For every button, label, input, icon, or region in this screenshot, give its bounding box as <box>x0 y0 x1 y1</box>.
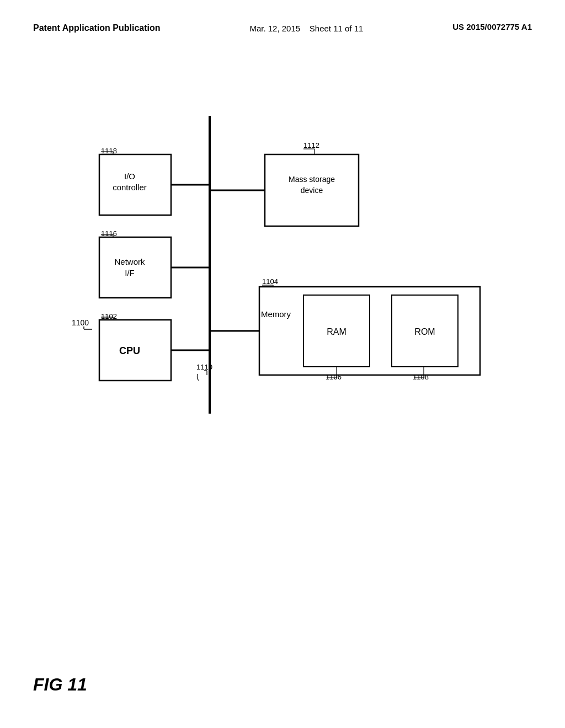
publication-date-sheet: Mar. 12, 2015 Sheet 11 of 11 <box>249 22 363 35</box>
network-if-label2: I/F <box>125 268 135 277</box>
network-if-label1: Network <box>114 257 145 266</box>
publication-date: Mar. 12, 2015 <box>249 24 300 33</box>
cpu-id: 1102 <box>101 312 117 320</box>
network-if-id: 1116 <box>101 229 117 238</box>
memory-id: 1104 <box>262 277 278 286</box>
cpu-label: CPU <box>119 345 140 356</box>
io-controller-label2: controller <box>113 183 147 192</box>
rom-id: 1108 <box>413 373 429 381</box>
mass-storage-id: 1112 <box>303 141 319 149</box>
memory-label: Memory <box>261 309 291 319</box>
rom-label: ROM <box>414 327 435 336</box>
system-id-label: 1100 <box>72 318 89 327</box>
ram-label: RAM <box>327 327 347 336</box>
sheet-info: Sheet 11 of 11 <box>310 24 364 33</box>
page-header: Patent Application Publication Mar. 12, … <box>0 0 565 35</box>
diagram-container: 1100 CPU 1102 Network I/F 1116 I/O contr… <box>55 88 508 474</box>
architecture-diagram: 1100 CPU 1102 Network I/F 1116 I/O contr… <box>55 88 508 474</box>
network-if-box <box>99 237 171 298</box>
publication-title: Patent Application Publication <box>33 22 161 34</box>
bus-id: 1110 <box>196 363 212 371</box>
io-controller-id: 1118 <box>101 147 117 155</box>
figure-label: FIG 11 <box>33 675 87 695</box>
patent-number: US 2015/0072775 A1 <box>452 22 532 31</box>
io-controller-label1: I/O <box>124 172 135 181</box>
mass-storage-label2: device <box>301 186 323 195</box>
ram-id: 1106 <box>326 373 342 381</box>
mass-storage-label1: Mass storage <box>289 175 335 184</box>
